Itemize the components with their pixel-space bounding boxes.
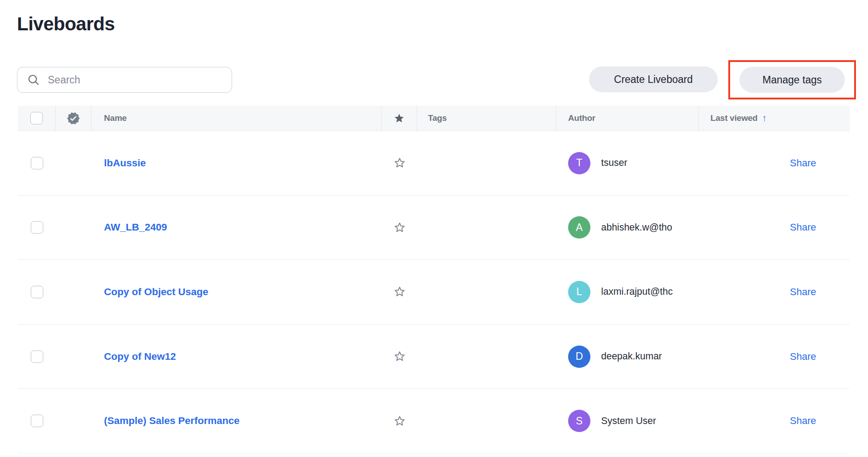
header-cell-name[interactable]: Name <box>91 106 382 131</box>
star-outline-icon <box>393 415 406 428</box>
tags-cell <box>417 260 557 324</box>
share-link[interactable]: Share <box>790 286 816 298</box>
author-name: deepak.kumar <box>601 351 662 362</box>
star-outline-icon <box>393 156 406 169</box>
share-link[interactable]: Share <box>790 351 816 362</box>
liveboard-name-link[interactable]: Copy of Object Usage <box>104 286 208 298</box>
author-name: tsuser <box>601 157 627 169</box>
table-header-row: Name Tags Author Last viewed ↑ <box>18 106 850 131</box>
favorite-star-button[interactable] <box>382 196 417 260</box>
row-checkbox[interactable] <box>31 350 43 363</box>
search-icon <box>27 74 40 86</box>
liveboards-page: Liveboards Create Liveboard Manage tags … <box>0 0 868 457</box>
favorite-star-icon <box>393 112 405 124</box>
search-box <box>17 67 232 93</box>
header-cell-last-viewed[interactable]: Last viewed ↑ <box>699 106 850 131</box>
table-row: Copy of New12 D deepak.kumar Share <box>18 325 850 389</box>
favorite-star-button[interactable] <box>382 131 417 195</box>
table-row: lbAussie T tsuser Share <box>18 131 850 196</box>
star-outline-icon <box>393 221 406 234</box>
favorite-star-button[interactable] <box>382 325 417 389</box>
liveboards-table: Name Tags Author Last viewed ↑ lbAussie <box>18 106 850 453</box>
row-checkbox[interactable] <box>31 286 43 298</box>
header-cell-tags[interactable]: Tags <box>417 106 557 131</box>
tags-cell <box>417 389 557 453</box>
share-link[interactable]: Share <box>790 222 816 233</box>
favorite-star-button[interactable] <box>382 260 417 324</box>
author-avatar: L <box>568 281 590 303</box>
table-row: AW_LB_2409 A abhishek.w@tho Share <box>18 196 850 260</box>
liveboard-name-link[interactable]: Copy of New12 <box>104 351 176 362</box>
author-name: laxmi.rajput@thc <box>601 286 673 297</box>
liveboard-name-link[interactable]: lbAussie <box>104 157 146 169</box>
author-name: abhishek.w@tho <box>601 222 672 233</box>
header-cell-verified <box>56 106 91 131</box>
tags-cell <box>417 325 557 389</box>
row-checkbox[interactable] <box>31 415 43 427</box>
row-checkbox[interactable] <box>31 157 43 169</box>
liveboard-name-link[interactable]: AW_LB_2409 <box>104 222 167 233</box>
author-avatar: S <box>568 410 590 432</box>
share-link[interactable]: Share <box>790 415 816 427</box>
header-cell-favorite <box>382 106 417 131</box>
author-avatar: D <box>568 346 590 368</box>
header-cell-select <box>18 106 56 131</box>
verified-badge-icon <box>66 111 80 125</box>
manage-tags-button[interactable]: Manage tags <box>739 67 845 93</box>
tags-cell <box>417 131 557 195</box>
author-name: System User <box>601 416 656 427</box>
search-input[interactable] <box>48 74 217 86</box>
table-row: Copy of Object Usage L laxmi.rajput@thc … <box>18 260 850 325</box>
star-outline-icon <box>393 350 406 363</box>
liveboard-name-link[interactable]: (Sample) Sales Performance <box>104 415 240 427</box>
row-checkbox[interactable] <box>31 221 43 234</box>
favorite-star-button[interactable] <box>382 389 417 453</box>
sort-ascending-icon[interactable]: ↑ <box>762 113 767 124</box>
select-all-checkbox[interactable] <box>30 112 43 124</box>
author-avatar: A <box>568 216 590 239</box>
tags-cell <box>417 196 557 260</box>
header-cell-author[interactable]: Author <box>557 106 699 131</box>
table-row: (Sample) Sales Performance S System User… <box>18 389 850 453</box>
star-outline-icon <box>393 285 406 298</box>
create-liveboard-button[interactable]: Create Liveboard <box>589 66 718 92</box>
author-avatar: T <box>568 152 590 174</box>
page-title: Liveboards <box>17 13 115 35</box>
share-link[interactable]: Share <box>790 157 816 169</box>
